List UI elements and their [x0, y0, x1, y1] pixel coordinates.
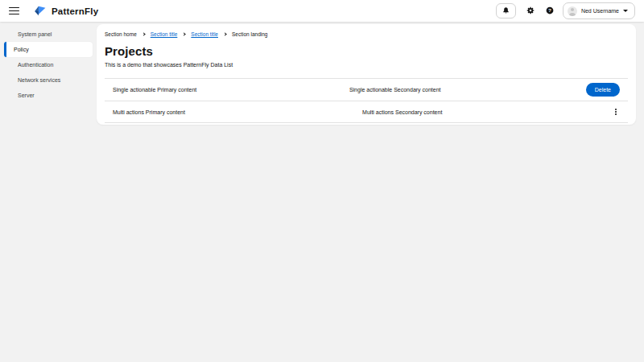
- brand-title: PatternFly: [52, 6, 98, 16]
- notifications-button[interactable]: [496, 3, 516, 19]
- delete-button[interactable]: Delete: [586, 83, 620, 97]
- avatar-icon: [568, 6, 577, 16]
- user-name: Ned Username: [581, 8, 619, 14]
- data-list: Single actionable Primary content Single…: [105, 78, 628, 123]
- sidebar-item-server[interactable]: Server: [4, 88, 93, 103]
- breadcrumb: Section home Section title Section title…: [105, 31, 628, 37]
- hamburger-icon[interactable]: [9, 7, 19, 15]
- chevron-right-icon: [142, 33, 145, 36]
- sidebar-item-network-services[interactable]: Network services: [4, 72, 93, 88]
- chevron-right-icon: [223, 33, 226, 36]
- page-description: This is a demo that showcases PatternFly…: [105, 62, 628, 68]
- masthead-toolbar: ? Ned Username: [496, 2, 635, 19]
- row-secondary-content: Multi actions Secondary content: [362, 109, 612, 115]
- content-card: Section home Section title Section title…: [97, 24, 636, 125]
- breadcrumb-link[interactable]: Section title: [151, 31, 178, 37]
- kebab-icon[interactable]: [612, 107, 620, 116]
- page-title: Projects: [105, 44, 628, 58]
- sidebar-item-policy[interactable]: Policy: [4, 42, 93, 57]
- breadcrumb-item-current: Section landing: [232, 31, 267, 37]
- sidebar-item-authentication[interactable]: Authentication: [4, 57, 93, 72]
- sidebar-nav: System panel Policy Authentication Netwo…: [0, 22, 97, 362]
- user-menu-dropdown[interactable]: Ned Username: [563, 2, 635, 19]
- row-secondary-content: Single actionable Secondary content: [349, 87, 586, 93]
- data-list-row: Single actionable Primary content Single…: [105, 78, 628, 101]
- sidebar-item-system-panel[interactable]: System panel: [4, 27, 93, 42]
- breadcrumb-link[interactable]: Section title: [191, 31, 218, 37]
- row-primary-content: Multi actions Primary content: [113, 109, 362, 115]
- question-circle-icon: ?: [546, 5, 554, 17]
- settings-button[interactable]: [524, 5, 537, 18]
- gear-icon: [526, 5, 535, 17]
- masthead: PatternFly: [0, 0, 644, 22]
- help-button[interactable]: ?: [543, 5, 556, 18]
- patternfly-logo-icon: [33, 4, 47, 18]
- chevron-right-icon: [183, 33, 186, 36]
- svg-text:?: ?: [548, 7, 551, 13]
- bell-icon: [502, 5, 510, 17]
- caret-down-icon: [623, 10, 628, 12]
- breadcrumb-item: Section home: [105, 31, 137, 37]
- row-primary-content: Single actionable Primary content: [113, 87, 349, 93]
- data-list-row: Multi actions Primary content Multi acti…: [105, 101, 628, 123]
